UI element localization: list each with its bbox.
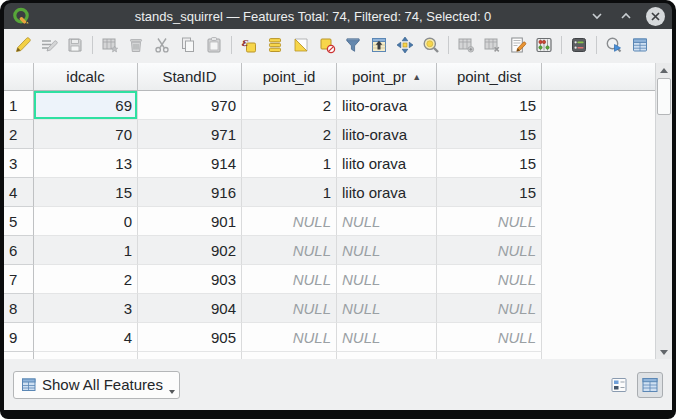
table-header-row: idcalcStandIDpoint_idpoint_pr▲point_dist [4,63,655,91]
table-cell[interactable]: NULL [437,323,542,352]
table-cell[interactable]: 916 [138,178,242,207]
table-cell[interactable]: 69 [34,91,138,120]
actions-button[interactable] [602,33,626,57]
select-by-expression-button[interactable]: ε [237,33,261,57]
dock-attribute-table-button[interactable] [628,33,652,57]
table-cell[interactable]: NULL [337,265,437,294]
invert-selection-button[interactable] [289,33,313,57]
row-number[interactable]: 8 [4,294,34,323]
titlebar[interactable]: stands_squirrel — Features Total: 74, Fi… [4,3,672,29]
table-cell[interactable]: 4 [34,323,138,352]
table-cell[interactable]: NULL [437,294,542,323]
column-header-label: point_dist [457,68,521,85]
table-cell[interactable]: 15 [437,120,542,149]
row-number[interactable]: 1 [4,91,34,120]
table-cell[interactable]: 15 [34,178,138,207]
table-cell[interactable]: liito-orava [337,91,437,120]
column-header-StandID[interactable]: StandID [138,63,242,91]
table-view-button[interactable] [637,372,663,398]
table-cell[interactable]: liito orava [337,149,437,178]
table-cell[interactable]: 2 [34,265,138,294]
table-cell[interactable]: 901 [138,207,242,236]
table-cell[interactable]: 3 [34,294,138,323]
row-number[interactable]: 6 [4,236,34,265]
row-number[interactable]: 9 [4,323,34,352]
table-cell[interactable]: NULL [242,236,337,265]
table-cell[interactable]: NULL [437,236,542,265]
table-cell[interactable]: 970 [138,91,242,120]
invert-selection-icon [291,35,311,55]
table-cell[interactable]: 903 [138,265,242,294]
table-cell[interactable]: 1 [242,149,337,178]
feature-filter-button[interactable]: Show All Features [13,371,180,399]
header-corner[interactable] [4,63,34,91]
column-header-idcalc[interactable]: idcalc [34,63,138,91]
cut-features-button [150,33,174,57]
table-cell[interactable]: NULL [337,323,437,352]
table-cell[interactable]: NULL [437,265,542,294]
table-cell[interactable]: NULL [242,294,337,323]
table-cell[interactable]: 902 [138,236,242,265]
table-cell[interactable]: NULL [437,207,542,236]
row-number[interactable]: 2 [4,120,34,149]
table-cell[interactable]: 1 [34,236,138,265]
column-header-label: point_pr [352,68,406,85]
table-cell[interactable]: NULL [242,207,337,236]
toggle-editing-icon [13,35,33,55]
table-cell[interactable]: 971 [138,120,242,149]
table-cell[interactable]: 13 [34,149,138,178]
scrollbar-thumb[interactable] [657,78,671,115]
maximize-button[interactable] [616,6,636,26]
feature-filter-label: Show All Features [42,376,163,393]
row-number[interactable]: 3 [4,149,34,178]
table-row: 61902NULLNULLNULL [4,236,655,265]
vertical-scrollbar[interactable] [655,63,672,359]
table-cell[interactable]: 905 [138,323,242,352]
filter-form-icon [343,35,363,55]
table-cell[interactable]: 0 [34,207,138,236]
select-all-button[interactable] [263,33,287,57]
scroll-down-icon[interactable] [656,345,672,359]
filter-form-button[interactable] [341,33,365,57]
field-calculator-button[interactable] [506,33,530,57]
minimize-button[interactable] [587,6,607,26]
form-view-button[interactable] [606,372,632,398]
table-settings-button[interactable] [567,33,591,57]
column-header-point_id[interactable]: point_id [242,63,337,91]
table-cell[interactable]: 15 [437,149,542,178]
table-cell[interactable]: NULL [242,323,337,352]
table-cell[interactable]: NULL [242,265,337,294]
table-cell[interactable]: 904 [138,294,242,323]
scroll-up-icon[interactable] [656,63,672,77]
column-header-point_pr[interactable]: point_pr▲ [337,63,437,91]
deselect-all-icon [317,35,337,55]
table-cell[interactable]: 15 [437,178,542,207]
toggle-editing-button[interactable] [11,33,35,57]
table-cell[interactable]: liito orava [337,178,437,207]
deselect-all-button[interactable] [315,33,339,57]
table-cell[interactable]: NULL [337,207,437,236]
table-cell[interactable]: 2 [242,91,337,120]
pan-to-selected-button[interactable] [393,33,417,57]
move-selection-to-top-button[interactable] [367,33,391,57]
table-cell[interactable]: 2 [242,120,337,149]
close-button[interactable] [645,6,665,26]
table-cell[interactable]: NULL [337,294,437,323]
table-cell[interactable]: NULL [337,236,437,265]
close-icon [646,7,665,26]
table-cell[interactable]: 70 [34,120,138,149]
row-number[interactable]: 5 [4,207,34,236]
attribute-toolbar: ε [4,29,672,59]
attribute-table: idcalcStandIDpoint_idpoint_pr▲point_dist… [4,63,672,359]
conditional-formatting-button[interactable] [532,33,556,57]
table-cell[interactable]: 1 [242,178,337,207]
zoom-to-selected-button[interactable] [419,33,443,57]
column-header-point_dist[interactable]: point_dist [437,63,542,91]
table-cell[interactable]: liito-orava [337,120,437,149]
table-cell[interactable]: 914 [138,149,242,178]
select-all-icon [265,35,285,55]
table-cell[interactable]: 15 [437,91,542,120]
row-number[interactable]: 4 [4,178,34,207]
table-cell [4,352,34,359]
row-number[interactable]: 7 [4,265,34,294]
